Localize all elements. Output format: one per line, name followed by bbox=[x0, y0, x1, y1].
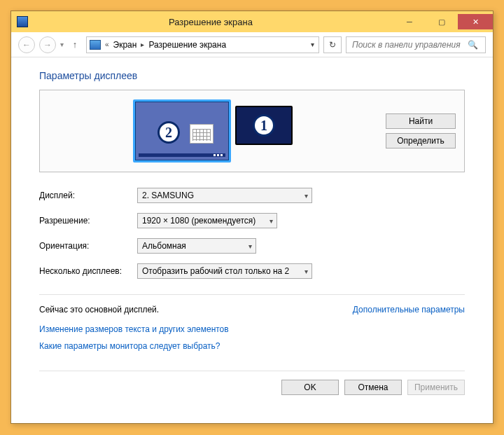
primary-display-text: Сейчас это основной дисплей. bbox=[39, 305, 159, 315]
monitor-1[interactable]: 1 bbox=[235, 106, 293, 145]
preview-side-buttons: Найти Определить bbox=[386, 113, 456, 149]
search-box[interactable]: 🔍 bbox=[346, 36, 486, 53]
advanced-settings-link[interactable]: Дополнительные параметры bbox=[353, 305, 465, 315]
ok-button[interactable]: OK bbox=[281, 380, 339, 395]
chevron-down-icon: ▾ bbox=[270, 217, 273, 225]
monitors-area[interactable]: 2 1 bbox=[48, 99, 377, 163]
forward-button[interactable]: → bbox=[39, 36, 56, 53]
minimize-button[interactable]: ─ bbox=[393, 14, 426, 29]
search-input[interactable] bbox=[351, 39, 468, 50]
monitor-2-label: 2 bbox=[158, 121, 180, 144]
content: Параметры дисплеев 2 1 Найти Определить … bbox=[11, 57, 493, 423]
close-button[interactable]: ✕ bbox=[458, 14, 493, 29]
search-icon: 🔍 bbox=[468, 40, 478, 50]
monitor-1-label: 1 bbox=[253, 114, 275, 137]
section-title: Параметры дисплеев bbox=[39, 70, 465, 81]
window-title: Разрешение экрана bbox=[28, 17, 393, 27]
settings-form: Дисплей: 2. SAMSUNG ▾ Разрешение: 1920 ×… bbox=[39, 188, 465, 279]
taskbar-icon bbox=[139, 153, 225, 157]
multi-display-select[interactable]: Отобразить рабочий стол только на 2 ▾ bbox=[137, 263, 312, 279]
breadcrumb-item-screen[interactable]: Экран bbox=[113, 40, 137, 50]
nav-row: ← → ▾ ↑ « Экран ▸ Разрешение экрана ▾ ↻ … bbox=[11, 32, 493, 57]
monitor-help-link[interactable]: Какие параметры монитора следует выбрать… bbox=[39, 341, 465, 351]
multi-display-value: Отобразить рабочий стол только на 2 bbox=[142, 266, 289, 276]
window-controls: ─ ▢ ✕ bbox=[393, 14, 493, 29]
resolution-value: 1920 × 1080 (рекомендуется) bbox=[142, 216, 255, 226]
up-button[interactable]: ↑ bbox=[68, 38, 82, 52]
control-panel-icon bbox=[90, 40, 101, 50]
chevron-down-icon: ▾ bbox=[304, 268, 308, 275]
display-value: 2. SAMSUNG bbox=[142, 191, 194, 200]
desktop-grid-icon bbox=[190, 124, 214, 144]
titlebar: Разрешение экрана ─ ▢ ✕ bbox=[11, 11, 493, 32]
find-button[interactable]: Найти bbox=[386, 113, 456, 129]
footer-buttons: OK Отмена Применить bbox=[39, 371, 465, 395]
resolution-select[interactable]: 1920 × 1080 (рекомендуется) ▾ bbox=[137, 213, 277, 228]
cancel-button[interactable]: Отмена bbox=[344, 380, 402, 395]
identify-button[interactable]: Определить bbox=[386, 133, 456, 149]
root-chevron-icon: « bbox=[104, 41, 111, 48]
help-links: Изменение размеров текста и других элеме… bbox=[39, 324, 465, 351]
multi-display-label: Несколько дисплеев: bbox=[39, 266, 137, 276]
maximize-button[interactable]: ▢ bbox=[426, 14, 458, 29]
monitor-preview: 2 1 Найти Определить bbox=[39, 90, 465, 172]
breadcrumb-item-resolution[interactable]: Разрешение экрана bbox=[148, 40, 226, 50]
chevron-down-icon: ▾ bbox=[304, 192, 308, 200]
apply-button[interactable]: Применить bbox=[407, 380, 465, 395]
text-size-link[interactable]: Изменение размеров текста и других элеме… bbox=[39, 324, 465, 334]
refresh-button[interactable]: ↻ bbox=[323, 36, 342, 53]
window: Разрешение экрана ─ ▢ ✕ ← → ▾ ↑ « Экран … bbox=[10, 11, 493, 424]
breadcrumb-dropdown-icon[interactable]: ▾ bbox=[309, 41, 316, 48]
orientation-value: Альбомная bbox=[142, 241, 186, 251]
orientation-select[interactable]: Альбомная ▾ bbox=[137, 238, 256, 254]
monitor-2[interactable]: 2 bbox=[133, 99, 231, 163]
breadcrumb[interactable]: « Экран ▸ Разрешение экрана ▾ bbox=[86, 36, 319, 53]
app-icon bbox=[17, 16, 28, 27]
back-button[interactable]: ← bbox=[18, 36, 35, 53]
resolution-label: Разрешение: bbox=[39, 216, 137, 226]
display-select[interactable]: 2. SAMSUNG ▾ bbox=[137, 188, 312, 203]
recent-dropdown-icon[interactable]: ▾ bbox=[60, 41, 64, 48]
info-row: Сейчас это основной дисплей. Дополнитель… bbox=[39, 294, 465, 315]
chevron-icon: ▸ bbox=[139, 41, 146, 48]
chevron-down-icon: ▾ bbox=[248, 242, 252, 250]
orientation-label: Ориентация: bbox=[39, 241, 137, 251]
display-label: Дисплей: bbox=[39, 191, 137, 200]
